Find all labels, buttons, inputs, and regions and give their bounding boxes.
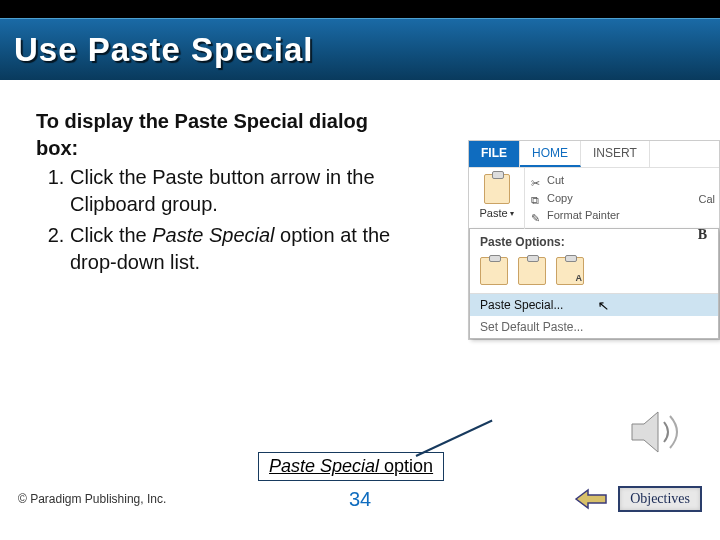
tab-insert[interactable]: INSERT	[581, 141, 650, 167]
format-painter-row[interactable]: ✎Format Painter	[531, 207, 713, 225]
ribbon-tabs: FILE HOME INSERT	[469, 141, 719, 167]
bold-button[interactable]: B	[698, 227, 707, 243]
copy-row[interactable]: ⧉Copy	[531, 190, 713, 208]
cursor-icon: ↖	[597, 296, 610, 313]
cut-label: Cut	[547, 172, 564, 190]
paste-label: Paste	[479, 207, 507, 219]
ribbon-screenshot: FILE HOME INSERT Paste▾ ✂Cut ⧉Copy ✎Form…	[468, 140, 720, 340]
copy-label: Copy	[547, 190, 573, 208]
clipboard-icon	[484, 174, 510, 204]
body-text: To display the Paste Special dialog box:…	[36, 108, 396, 276]
ribbon-band: Paste▾ ✂Cut ⧉Copy ✎Format Painter	[469, 167, 719, 229]
paste-button[interactable]: Paste▾	[469, 168, 525, 229]
speaker-icon[interactable]	[628, 408, 688, 456]
scissors-icon: ✂	[531, 175, 543, 187]
step-1-text: Click the Paste button arrow in the Clip…	[70, 166, 375, 215]
page-number: 34	[349, 488, 371, 511]
brush-icon: ✎	[531, 210, 543, 222]
paste-dropdown: Paste Options: A Paste Special... ↖ Set …	[469, 228, 719, 339]
cut-row[interactable]: ✂Cut	[531, 172, 713, 190]
objectives-group: Objectives	[574, 486, 702, 512]
paste-option-2-icon[interactable]	[518, 257, 546, 285]
callout-normal: option	[379, 456, 433, 476]
intro-text: To display the Paste Special dialog box:	[36, 108, 396, 162]
top-black-bar	[0, 0, 720, 18]
title-band: Use Paste Special	[0, 18, 720, 80]
objectives-button[interactable]: Objectives	[618, 486, 702, 512]
paste-special-label: Paste Special...	[480, 298, 563, 312]
paste-option-3-icon[interactable]: A	[556, 257, 584, 285]
content-area: To display the Paste Special dialog box:…	[0, 80, 720, 276]
back-arrow-icon[interactable]	[574, 488, 608, 510]
font-hint: Cal	[698, 193, 715, 205]
fpainter-label: Format Painter	[547, 207, 620, 225]
chevron-down-icon[interactable]: ▾	[510, 209, 514, 218]
step-2: Click the Paste Special option at the dr…	[70, 222, 396, 276]
svg-marker-0	[632, 412, 658, 452]
set-default-paste-item[interactable]: Set Default Paste...	[470, 316, 718, 338]
clipboard-commands: ✂Cut ⧉Copy ✎Format Painter	[525, 168, 719, 229]
svg-marker-1	[576, 490, 606, 508]
dropdown-heading: Paste Options:	[470, 229, 718, 253]
paste-option-1-icon[interactable]	[480, 257, 508, 285]
callout-leader-line	[416, 420, 493, 457]
copyright: © Paradigm Publishing, Inc.	[18, 492, 166, 506]
paste-option-icons: A	[470, 253, 718, 293]
footer: © Paradigm Publishing, Inc. 34 Objective…	[0, 486, 720, 512]
steps-list: Click the Paste button arrow in the Clip…	[36, 164, 396, 276]
step-2-pre: Click the	[70, 224, 152, 246]
set-default-paste-label: Set Default Paste...	[480, 320, 583, 334]
step-2-ital: Paste Special	[152, 224, 274, 246]
step-1: Click the Paste button arrow in the Clip…	[70, 164, 396, 218]
tab-home[interactable]: HOME	[520, 141, 581, 167]
tab-file[interactable]: FILE	[469, 141, 520, 167]
copy-icon: ⧉	[531, 192, 543, 204]
slide-title: Use Paste Special	[14, 31, 314, 69]
callout-italic: Paste Special	[269, 456, 379, 476]
paste-special-item[interactable]: Paste Special... ↖	[470, 294, 718, 316]
